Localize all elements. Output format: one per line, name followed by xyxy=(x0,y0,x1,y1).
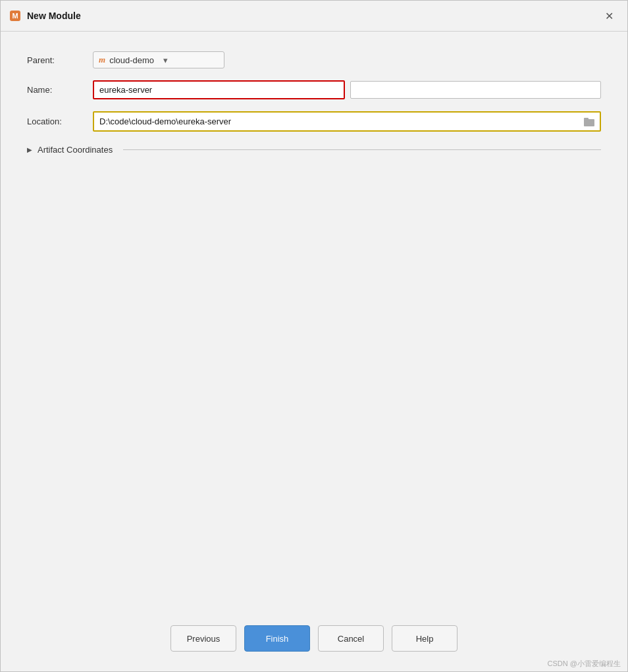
app-icon: M xyxy=(9,9,22,22)
parent-row: Parent: m cloud-demo ▾ xyxy=(27,51,601,68)
artifact-divider xyxy=(123,149,601,150)
title-bar: M New Module ✕ xyxy=(1,1,627,32)
cancel-button[interactable]: Cancel xyxy=(318,625,384,652)
artifact-title: Artifact Coordinates xyxy=(38,145,113,155)
help-button[interactable]: Help xyxy=(392,625,458,652)
dropdown-arrow-icon: ▾ xyxy=(163,55,168,65)
location-row: Location: xyxy=(27,111,601,132)
name-label: Name: xyxy=(27,85,93,95)
browse-folder-button[interactable] xyxy=(579,115,600,129)
name-input[interactable] xyxy=(93,80,345,99)
maven-icon: m xyxy=(99,55,105,65)
name-controls xyxy=(93,80,601,99)
artifact-arrow-icon: ▶ xyxy=(27,146,32,153)
watermark: CSDN @小雷爱编程生 xyxy=(548,659,621,669)
artifact-header[interactable]: ▶ Artifact Coordinates xyxy=(27,145,601,155)
folder-icon xyxy=(584,117,594,126)
parent-value: cloud-demo xyxy=(109,55,154,65)
dialog-title: New Module xyxy=(27,11,81,21)
finish-button[interactable]: Finish xyxy=(244,625,310,652)
title-bar-left: M New Module xyxy=(9,9,81,22)
svg-rect-3 xyxy=(584,118,589,120)
dialog-content: Parent: m cloud-demo ▾ Name: Location: xyxy=(1,32,627,612)
close-button[interactable]: ✕ xyxy=(601,8,617,24)
svg-rect-2 xyxy=(584,119,594,126)
new-module-dialog: M New Module ✕ Parent: m cloud-demo ▾ Na… xyxy=(0,0,628,672)
parent-dropdown[interactable]: m cloud-demo ▾ xyxy=(93,51,224,68)
dialog-footer: Previous Finish Cancel Help xyxy=(1,612,627,671)
location-label: Location: xyxy=(27,116,93,126)
parent-controls: m cloud-demo ▾ xyxy=(93,51,601,68)
content-spacer xyxy=(27,155,601,599)
location-input-wrapper xyxy=(93,111,601,132)
artifact-section: ▶ Artifact Coordinates xyxy=(27,145,601,155)
name-row: Name: xyxy=(27,80,601,99)
previous-button[interactable]: Previous xyxy=(170,625,236,652)
parent-label: Parent: xyxy=(27,55,93,65)
name-second-input[interactable] xyxy=(350,81,601,99)
location-input[interactable] xyxy=(94,113,579,130)
svg-text:M: M xyxy=(12,12,18,20)
